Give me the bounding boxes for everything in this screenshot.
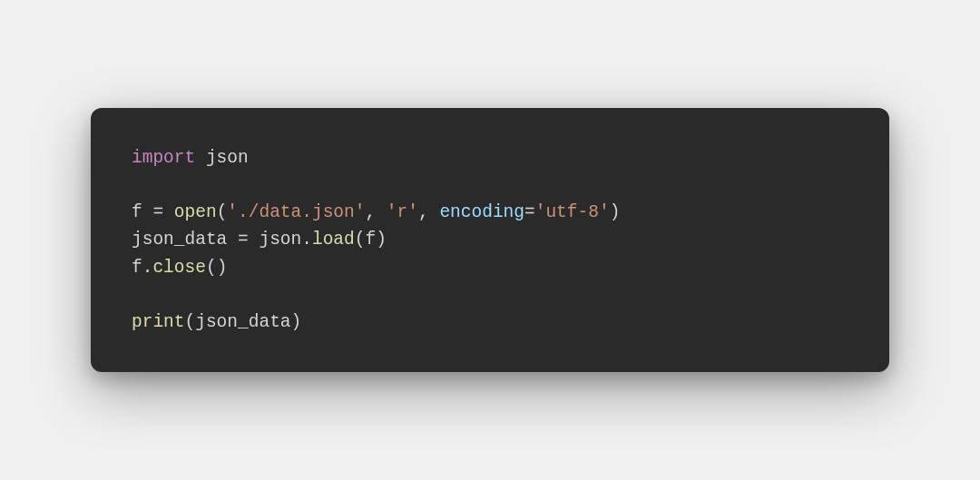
paren-close: )	[376, 230, 387, 250]
dot: .	[142, 258, 153, 278]
keyword-import: import	[132, 148, 195, 168]
operator-equals: =	[152, 202, 163, 222]
space	[163, 202, 174, 222]
string-literal: 'r'	[387, 202, 418, 222]
operator-equals: =	[238, 230, 249, 250]
paren-close: )	[291, 312, 302, 332]
comma: ,	[418, 202, 439, 222]
comma: ,	[365, 202, 386, 222]
code-block: import json f = open('./data.json', 'r',…	[91, 108, 889, 373]
method-close: close	[152, 258, 206, 278]
operator-equals: =	[524, 202, 535, 222]
paren-open: (	[217, 202, 228, 222]
module-name: json	[206, 148, 249, 168]
variable: f	[132, 202, 152, 222]
dot: .	[301, 230, 312, 250]
space	[249, 230, 260, 250]
argument: f	[365, 230, 376, 250]
paren-close: )	[217, 258, 228, 278]
variable: json_data	[132, 230, 238, 250]
object: json	[259, 230, 301, 250]
builtin-open: open	[174, 202, 217, 222]
string-literal: 'utf-8'	[535, 202, 610, 222]
kwarg-name: encoding	[439, 202, 524, 222]
argument: json_data	[195, 312, 290, 332]
string-literal: './data.json'	[227, 202, 365, 222]
paren-close: )	[610, 202, 621, 222]
builtin-print: print	[132, 312, 185, 332]
code-content: import json f = open('./data.json', 'r',…	[132, 144, 848, 337]
method-load: load	[312, 230, 355, 250]
paren-open: (	[355, 230, 366, 250]
space	[195, 148, 206, 168]
object: f	[132, 258, 142, 278]
paren-open: (	[206, 258, 217, 278]
paren-open: (	[185, 312, 196, 332]
